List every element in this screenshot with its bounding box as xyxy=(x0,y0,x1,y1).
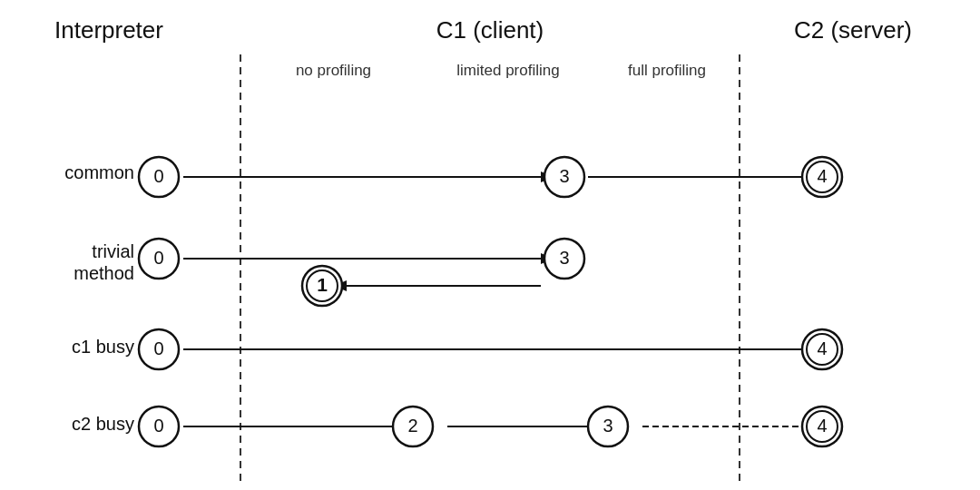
node-trivial-1: 1 xyxy=(299,262,346,309)
header-interpreter: Interpreter xyxy=(18,16,200,44)
sublabel-no-profiling: no profiling xyxy=(254,62,413,80)
svg-text:0: 0 xyxy=(153,248,163,268)
svg-text:4: 4 xyxy=(817,166,827,186)
node-c2busy-2: 2 xyxy=(389,403,436,450)
node-c2busy-0: 0 xyxy=(135,403,182,450)
node-common-0: 0 xyxy=(135,153,182,201)
svg-text:0: 0 xyxy=(153,166,163,186)
header-c2: C2 (server) xyxy=(744,16,962,44)
svg-text:1: 1 xyxy=(317,274,328,295)
node-c2busy-4: 4 xyxy=(799,403,846,450)
row-label-c2busy: c2 busy xyxy=(16,413,134,435)
svg-text:4: 4 xyxy=(817,416,827,436)
svg-text:3: 3 xyxy=(559,248,569,268)
node-common-4: 4 xyxy=(799,153,846,201)
sublabel-limited-profiling: limited profiling xyxy=(417,62,599,80)
row-label-common: common xyxy=(16,162,134,183)
svg-text:2: 2 xyxy=(407,416,417,436)
node-trivial-3: 3 xyxy=(541,235,588,282)
diagram: Interpreter C1 (client) C2 (server) no p… xyxy=(0,0,980,490)
row-label-trivial: trivialmethod xyxy=(16,240,134,284)
sublabel-full-profiling: full profiling xyxy=(590,62,744,80)
svg-text:3: 3 xyxy=(603,416,612,436)
node-trivial-0: 0 xyxy=(135,235,182,282)
svg-text:4: 4 xyxy=(817,338,827,358)
svg-text:0: 0 xyxy=(153,416,163,436)
svg-text:0: 0 xyxy=(153,338,163,358)
node-c1busy-4: 4 xyxy=(799,326,846,373)
node-common-3: 3 xyxy=(541,153,588,201)
row-label-c1busy: c1 busy xyxy=(16,336,134,358)
node-c1busy-0: 0 xyxy=(135,326,182,373)
header-c1: C1 (client) xyxy=(254,16,726,44)
svg-text:3: 3 xyxy=(559,166,569,186)
node-c2busy-3: 3 xyxy=(584,403,632,450)
